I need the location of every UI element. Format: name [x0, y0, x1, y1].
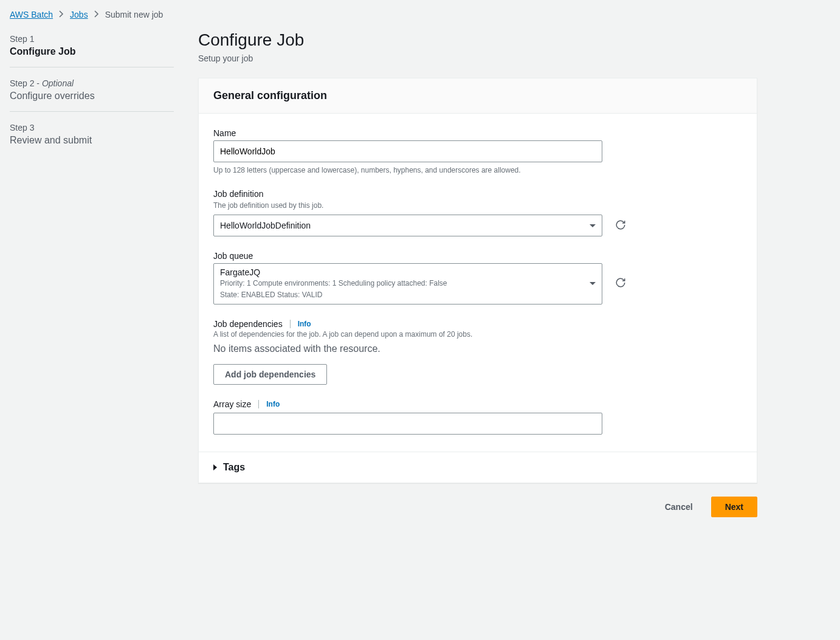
field-job-queue: Job queue FargateJQ Priority: 1 Compute …	[213, 251, 742, 305]
page-title: Configure Job	[198, 30, 757, 50]
info-link[interactable]: Info	[266, 400, 280, 408]
divider	[258, 400, 259, 408]
select-meta-1: Priority: 1 Compute environments: 1 Sche…	[220, 278, 590, 289]
step-label: Step 1	[10, 34, 174, 44]
name-input[interactable]	[213, 140, 602, 162]
step-title: Configure Job	[10, 46, 174, 57]
breadcrumb-root[interactable]: AWS Batch	[10, 10, 53, 19]
array-size-input[interactable]	[213, 413, 602, 435]
breadcrumb-jobs[interactable]: Jobs	[70, 10, 88, 19]
next-button[interactable]: Next	[711, 497, 757, 517]
field-job-definition: Job definition The job definition used b…	[213, 189, 742, 236]
panel-header: General configuration	[199, 78, 757, 114]
main-content: Configure Job Setup your job General con…	[198, 30, 757, 517]
step-label: Step 3	[10, 123, 174, 132]
step-title: Review and submit	[10, 135, 174, 146]
field-array-size: Array size Info	[213, 399, 742, 435]
field-label: Name	[213, 128, 742, 138]
wizard-footer: Cancel Next	[198, 497, 757, 517]
step-1: Step 1 Configure Job	[10, 30, 174, 67]
refresh-job-queue-button[interactable]	[612, 263, 629, 305]
step-3[interactable]: Step 3 Review and submit	[10, 119, 174, 156]
step-title: Configure overrides	[10, 91, 174, 102]
divider	[290, 320, 291, 328]
chevron-down-icon	[590, 282, 596, 285]
job-queue-select[interactable]: FargateJQ Priority: 1 Compute environmen…	[213, 263, 602, 305]
wizard-steps-sidebar: Step 1 Configure Job Step 2 - Optional C…	[10, 30, 174, 517]
info-link[interactable]: Info	[298, 320, 311, 328]
job-definition-select[interactable]: HelloWorldJobDefinition	[213, 215, 602, 236]
cancel-button[interactable]: Cancel	[654, 497, 704, 517]
field-sublabel: The job definition used by this job.	[213, 201, 742, 210]
select-meta-2: State: ENABLED Status: VALID	[220, 290, 590, 300]
page-subtitle: Setup your job	[198, 53, 757, 63]
field-label: Job dependencies	[213, 319, 283, 329]
step-label: Step 2 - Optional	[10, 78, 174, 88]
empty-state-text: No items associated with the resource.	[213, 343, 742, 354]
field-label: Job definition	[213, 189, 742, 199]
chevron-right-icon	[94, 10, 99, 19]
add-job-dependencies-button[interactable]: Add job dependencies	[213, 364, 327, 385]
field-label: Job queue	[213, 251, 742, 261]
breadcrumb: AWS Batch Jobs Submit new job	[10, 10, 830, 19]
step-2[interactable]: Step 2 - Optional Configure overrides	[10, 75, 174, 112]
field-job-dependencies: Job dependencies Info A list of dependen…	[213, 319, 742, 385]
field-sublabel: A list of dependencies for the job. A jo…	[213, 330, 742, 339]
collapser-title: Tags	[223, 462, 245, 473]
tags-collapser[interactable]: Tags	[199, 452, 757, 483]
field-label: Array size	[213, 399, 251, 409]
refresh-icon	[615, 277, 626, 290]
chevron-down-icon	[590, 224, 596, 227]
refresh-icon	[615, 219, 626, 232]
field-hint: Up to 128 letters (uppercase and lowerca…	[213, 166, 742, 174]
field-name: Name Up to 128 letters (uppercase and lo…	[213, 128, 742, 174]
caret-right-icon	[213, 464, 217, 470]
refresh-job-definition-button[interactable]	[612, 215, 629, 236]
select-value: HelloWorldJobDefinition	[220, 221, 590, 230]
select-value: FargateJQ	[220, 267, 590, 277]
chevron-right-icon	[59, 10, 64, 19]
panel-title: General configuration	[213, 89, 742, 102]
breadcrumb-current: Submit new job	[105, 10, 164, 19]
general-configuration-panel: General configuration Name Up to 128 let…	[198, 78, 757, 483]
